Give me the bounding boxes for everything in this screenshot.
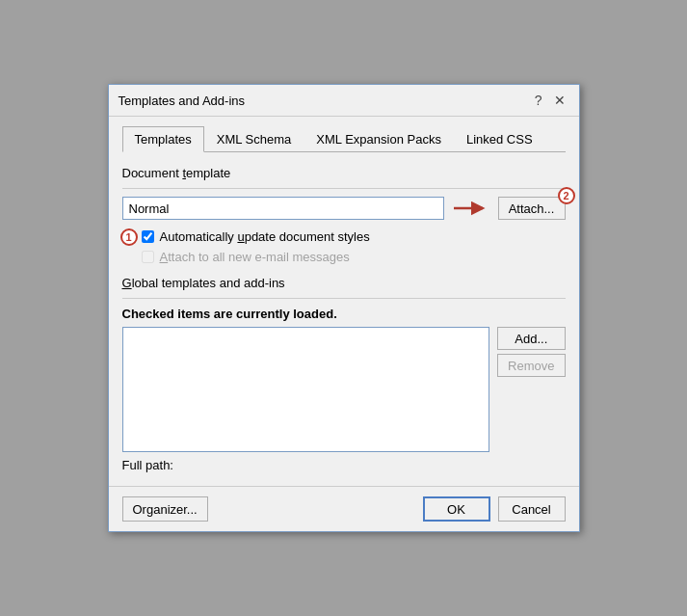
attach-button[interactable]: Attach... xyxy=(498,197,566,220)
organizer-button[interactable]: Organizer... xyxy=(122,496,208,522)
attach-email-checkbox[interactable] xyxy=(142,251,154,263)
side-buttons: Add... Remove xyxy=(497,327,565,452)
close-button[interactable]: ✕ xyxy=(550,93,569,108)
attach-email-row: Attach to all new e-mail messages xyxy=(142,250,566,264)
global-area: Add... Remove xyxy=(122,327,566,452)
document-template-section: Document template Attach... xyxy=(122,166,566,220)
title-bar: Templates and Add-ins ? ✕ xyxy=(109,85,579,117)
auto-update-label[interactable]: Automatically update document styles xyxy=(160,229,370,244)
add-button[interactable]: Add... xyxy=(497,327,565,350)
ok-button[interactable]: OK xyxy=(423,496,490,522)
full-path-label: Full path: xyxy=(122,458,566,472)
template-input-row: Attach... 2 xyxy=(122,197,566,220)
tab-xml-schema[interactable]: XML Schema xyxy=(204,126,304,152)
auto-update-checkbox[interactable] xyxy=(142,230,154,243)
arrow-indicator xyxy=(452,197,490,220)
remove-button[interactable]: Remove xyxy=(497,354,565,377)
attach-email-label: Attach to all new e-mail messages xyxy=(160,250,350,264)
title-bar-controls: ? ✕ xyxy=(531,93,569,108)
loaded-label: Checked items are currently loaded. xyxy=(122,307,566,321)
dialog-body: Templates XML Schema XML Expansion Packs… xyxy=(109,117,579,486)
attach-button-container: Attach... 2 xyxy=(498,197,566,220)
tab-templates[interactable]: Templates xyxy=(122,126,204,152)
template-input[interactable] xyxy=(122,197,444,220)
footer-left: Organizer... xyxy=(122,496,208,522)
tab-xml-expansion-packs[interactable]: XML Expansion Packs xyxy=(304,126,454,152)
document-template-label: Document template xyxy=(122,166,566,180)
checkboxes-section: 1 Automatically update document styles A… xyxy=(142,229,566,264)
tab-linked-css[interactable]: Linked CSS xyxy=(454,126,545,152)
dialog-footer: Organizer... OK Cancel xyxy=(109,486,579,531)
global-templates-listbox[interactable] xyxy=(122,327,490,452)
footer-right: OK Cancel xyxy=(423,496,566,522)
help-button[interactable]: ? xyxy=(531,93,546,108)
global-templates-label: Global templates and add-ins xyxy=(122,276,566,290)
divider-2 xyxy=(122,298,566,299)
badge-1: 1 xyxy=(120,228,138,246)
global-templates-section: Global templates and add-ins Checked ite… xyxy=(122,276,566,472)
badge-2: 2 xyxy=(558,187,575,204)
templates-addins-dialog: Templates and Add-ins ? ✕ Templates XML … xyxy=(108,84,580,532)
tab-bar: Templates XML Schema XML Expansion Packs… xyxy=(122,126,566,152)
auto-update-row: 1 Automatically update document styles xyxy=(142,229,566,244)
dialog-title: Templates and Add-ins xyxy=(119,94,246,108)
divider-1 xyxy=(122,188,566,189)
cancel-button[interactable]: Cancel xyxy=(498,496,566,522)
